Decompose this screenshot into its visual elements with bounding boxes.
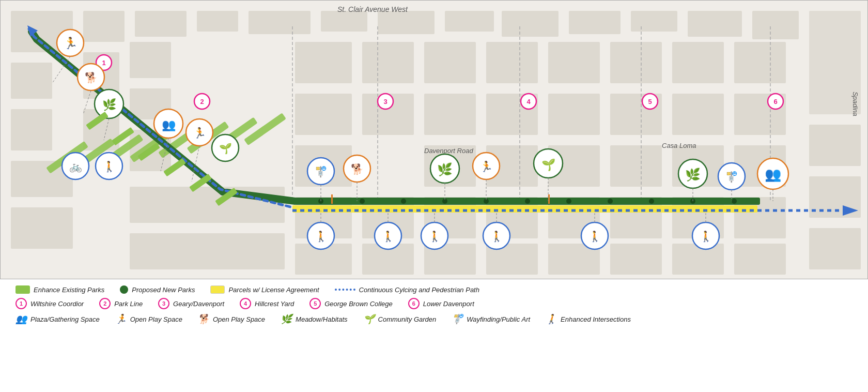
legend-label-meadow: Meadow/Habitats — [296, 315, 347, 323]
svg-rect-9 — [502, 11, 559, 37]
svg-rect-32 — [362, 42, 414, 83]
svg-text:5: 5 — [648, 98, 652, 105]
svg-point-84 — [360, 199, 365, 204]
svg-rect-7 — [378, 11, 435, 34]
svg-rect-65 — [672, 244, 724, 275]
wayfinding-icon: 🚏 — [452, 313, 463, 325]
svg-text:🏃: 🏃 — [480, 160, 493, 173]
svg-point-91 — [649, 199, 654, 204]
legend-label-enhance-parks: Enhance Existing Parks — [34, 286, 104, 294]
svg-rect-29 — [295, 42, 352, 83]
legend-label-community-garden: Community Garden — [378, 315, 437, 323]
legend-enhanced-intersections: 🚶 Enhanced Intersections — [546, 313, 631, 325]
svg-text:👥: 👥 — [765, 166, 782, 183]
map-container: St. Clair Avenue West Spadina Davenport … — [0, 0, 868, 279]
svg-rect-95 — [548, 194, 550, 204]
legend-num-3: 3 — [158, 298, 169, 309]
legend-geary: 3 Geary/Davenport — [158, 298, 224, 309]
svg-point-88 — [525, 199, 530, 204]
legend-dotted-line — [335, 289, 355, 291]
svg-rect-10 — [569, 11, 621, 34]
svg-point-85 — [401, 199, 406, 204]
svg-rect-67 — [734, 244, 786, 275]
svg-text:🚶: 🚶 — [700, 230, 712, 243]
svg-text:🐕: 🐕 — [85, 71, 98, 84]
svg-rect-46 — [672, 42, 724, 83]
gathering-icon: 👥 — [16, 313, 27, 325]
svg-text:🚶: 🚶 — [103, 160, 116, 173]
street-label-stclair: St. Clair Avenue West — [337, 5, 408, 13]
svg-text:🚶: 🚶 — [428, 230, 441, 243]
svg-rect-4 — [197, 11, 238, 32]
svg-rect-16 — [11, 109, 52, 150]
legend-open-play-dog: 🐕 Open Play Space — [198, 313, 265, 325]
svg-rect-8 — [445, 11, 494, 32]
svg-text:🌿: 🌿 — [102, 98, 117, 112]
dog-icon: 🐕 — [198, 313, 209, 325]
svg-text:3: 3 — [383, 98, 387, 105]
svg-rect-11 — [631, 11, 677, 32]
legend-label-lowerdavenport: Lower Davenport — [423, 300, 474, 308]
svg-rect-18 — [11, 207, 73, 249]
street-label-casaloma: Casa Loma — [662, 142, 696, 149]
legend-label-open-play-dog: Open Play Space — [213, 315, 265, 323]
meadow-icon: 🌿 — [281, 313, 292, 325]
runner-icon: 🏃 — [115, 313, 127, 325]
svg-text:🌿: 🌿 — [685, 167, 701, 182]
svg-rect-12 — [688, 11, 742, 37]
svg-rect-26 — [809, 125, 861, 166]
svg-text:🐕: 🐕 — [351, 163, 364, 175]
legend: Enhance Existing Parks Proposed New Park… — [0, 279, 868, 325]
svg-rect-47 — [672, 94, 724, 135]
garden-icon: 🌱 — [363, 313, 375, 325]
legend-open-play-run: 🏃 Open Play Space — [115, 313, 182, 325]
svg-rect-41 — [548, 94, 600, 135]
legend-georgebrown: 5 George Brown College — [309, 298, 393, 309]
legend-label-wayfinding: Wayfinding/Public Art — [467, 315, 530, 323]
svg-rect-34 — [424, 42, 476, 83]
legend-label-parkline: Park Line — [114, 300, 143, 308]
street-label-davenport: Davenport Road — [424, 147, 473, 155]
legend-meadow: 🌿 Meadow/Habitats — [281, 313, 347, 325]
svg-rect-40 — [548, 42, 600, 83]
legend-swatch-green-light — [16, 285, 30, 294]
legend-parkline: 2 Park Line — [99, 298, 143, 309]
svg-text:🚶: 🚶 — [315, 230, 328, 243]
legend-num-2: 2 — [99, 298, 111, 309]
svg-rect-43 — [610, 42, 662, 83]
svg-point-90 — [608, 199, 613, 204]
svg-text:🚏: 🚏 — [315, 165, 328, 178]
svg-text:👥: 👥 — [162, 118, 176, 132]
svg-text:🚲: 🚲 — [69, 160, 82, 173]
svg-text:🚏: 🚏 — [725, 171, 738, 183]
map-svg: St. Clair Avenue West Spadina Davenport … — [1, 1, 868, 279]
legend-label-open-play-run: Open Play Space — [130, 315, 182, 323]
legend-community-garden: 🌱 Community Garden — [363, 313, 437, 325]
svg-rect-30 — [295, 94, 352, 135]
legend-label-cycling: Continuous Cylcing and Pedestrian Path — [359, 286, 479, 294]
svg-text:🚶: 🚶 — [490, 230, 503, 243]
legend-plaza: 👥 Plaza/Gathering Space — [16, 313, 100, 325]
legend-label-georgebrown: George Brown College — [324, 300, 393, 308]
svg-rect-49 — [734, 42, 786, 83]
svg-rect-5 — [249, 11, 311, 34]
svg-text:4: 4 — [526, 98, 531, 105]
svg-rect-37 — [486, 42, 538, 83]
legend-num-1: 1 — [16, 298, 27, 309]
svg-text:🌱: 🌱 — [219, 142, 232, 155]
svg-rect-24 — [130, 187, 285, 223]
svg-rect-35 — [424, 94, 476, 135]
svg-rect-25 — [130, 233, 285, 269]
svg-text:🌱: 🌱 — [541, 158, 556, 172]
legend-row-1: Enhance Existing Parks Proposed New Park… — [16, 285, 853, 294]
pedestrian-icon: 🚶 — [546, 313, 557, 325]
legend-num-6: 6 — [408, 298, 420, 309]
svg-text:🚶: 🚶 — [588, 230, 601, 243]
svg-rect-94 — [331, 194, 333, 204]
svg-rect-3 — [135, 11, 187, 37]
legend-cycling-path: Continuous Cylcing and Pedestrian Path — [335, 286, 479, 294]
svg-rect-45 — [610, 145, 662, 187]
legend-wayfinding: 🚏 Wayfinding/Public Art — [452, 313, 530, 325]
svg-rect-63 — [610, 244, 662, 275]
svg-text:🏃: 🏃 — [193, 127, 206, 139]
